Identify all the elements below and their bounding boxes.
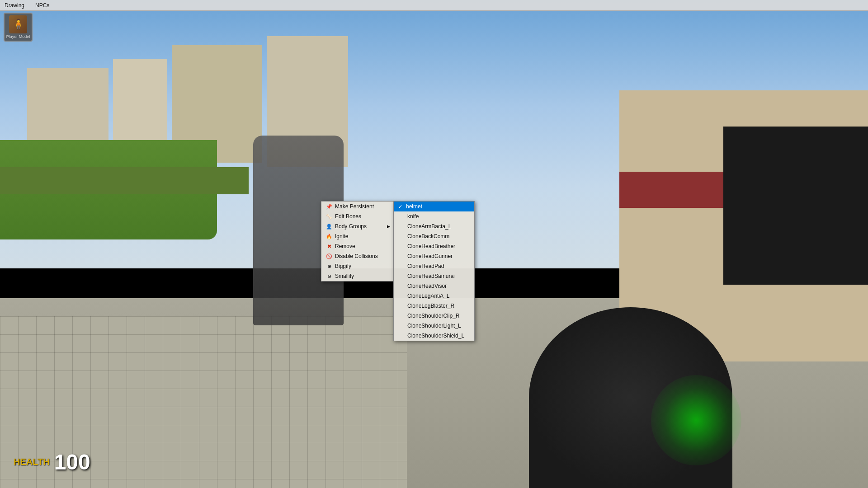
- submenu-item-clone-head-breather[interactable]: CloneHeadBreather: [394, 241, 474, 251]
- green-barrier: [0, 167, 249, 194]
- ctx-edit-bones[interactable]: 🦴 Edit Bones: [321, 211, 393, 221]
- submenu-item-knife[interactable]: knife: [394, 211, 474, 221]
- menu-item-drawing[interactable]: Drawing: [3, 1, 26, 9]
- ctx-make-persistent[interactable]: 📌 Make Persistent: [321, 202, 393, 211]
- ctx-remove[interactable]: ✖ Remove: [321, 241, 393, 251]
- ctx-body-groups-label: Body Groups: [335, 223, 367, 230]
- submenu-item-label-helmet: helmet: [406, 203, 422, 210]
- remove-icon: ✖: [326, 243, 332, 249]
- wall-stripe: [619, 172, 723, 208]
- submenu-item-label-clone-shoulder-clip-r: CloneShoulderClip_R: [407, 313, 459, 319]
- submenu-item-clone-head-gunner[interactable]: CloneHeadGunner: [394, 251, 474, 261]
- submenu-item-label-clone-head-breather: CloneHeadBreather: [407, 243, 455, 249]
- submenu-item-label-clone-head-visor: CloneHeadVisor: [407, 283, 447, 289]
- ctx-ignite[interactable]: 🔥 Ignite: [321, 231, 393, 241]
- player-model-button[interactable]: 🧍 Player Model: [4, 13, 33, 42]
- submenu-item-label-clone-leg-blaster-r: CloneLegBlaster_R: [407, 303, 454, 309]
- ctx-biggify[interactable]: ⊕ Biggify: [321, 261, 393, 271]
- ctx-make-persistent-label: Make Persistent: [335, 203, 374, 210]
- submenu-item-label-clone-arm-bacta-l: CloneArmBacta_L: [407, 223, 451, 230]
- health-value: 100: [54, 450, 90, 474]
- ignite-icon: 🔥: [326, 233, 332, 239]
- submenu-item-label-clone-head-pad: CloneHeadPad: [407, 263, 444, 269]
- body-groups-icon: 👤: [326, 223, 332, 230]
- submenu-item-clone-arm-bacta-l[interactable]: CloneArmBacta_L: [394, 221, 474, 231]
- disable-collisions-icon: 🚫: [326, 253, 332, 259]
- submenu-item-clone-head-visor[interactable]: CloneHeadVisor: [394, 281, 474, 291]
- submenu-item-clone-head-samurai[interactable]: CloneHeadSamurai: [394, 271, 474, 281]
- submenu-item-clone-shoulder-light-l[interactable]: CloneShoulderLight_L: [394, 321, 474, 331]
- submenu-item-helmet[interactable]: helmet: [394, 202, 474, 211]
- submenu-item-clone-back-comm[interactable]: CloneBackComm: [394, 231, 474, 241]
- top-menubar: Drawing NPCs: [0, 0, 868, 11]
- submenu-item-label-knife: knife: [407, 213, 419, 220]
- submenu-item-label-clone-leg-antia-l: CloneLegAntiA_L: [407, 293, 449, 299]
- submenu-item-clone-head-pad[interactable]: CloneHeadPad: [394, 261, 474, 271]
- ctx-body-groups[interactable]: 👤 Body Groups: [321, 221, 393, 231]
- submenu-item-clone-leg-blaster-r[interactable]: CloneLegBlaster_R: [394, 301, 474, 311]
- submenu-item-label-clone-back-comm: CloneBackComm: [407, 233, 449, 239]
- ctx-remove-label: Remove: [335, 243, 355, 249]
- submenu-item-clone-leg-antia-l[interactable]: CloneLegAntiA_L: [394, 291, 474, 301]
- submenu-item-label-clone-head-samurai: CloneHeadSamurai: [407, 273, 455, 279]
- edit-bones-icon: 🦴: [326, 213, 332, 220]
- ctx-edit-bones-label: Edit Bones: [335, 213, 361, 220]
- ctx-smallify[interactable]: ⊖ Smallify: [321, 271, 393, 281]
- player-model-label: Player Model: [6, 34, 30, 39]
- player-model-icon: 🧍: [9, 15, 27, 33]
- health-label: HEALTH: [14, 457, 50, 467]
- ctx-biggify-label: Biggify: [335, 263, 351, 269]
- submenu-item-label-clone-shoulder-shield-l: CloneShoulderShield_L: [407, 333, 464, 339]
- smallify-icon: ⊖: [326, 273, 332, 279]
- health-display: HEALTH 100: [14, 450, 90, 474]
- submenu-item-clone-shoulder-shield-l[interactable]: CloneShoulderShield_L: [394, 331, 474, 341]
- weapon-glow-effect: [651, 375, 741, 465]
- ctx-disable-collisions[interactable]: 🚫 Disable Collisions: [321, 251, 393, 261]
- submenu-body-groups: helmetknifeCloneArmBacta_LCloneBackCommC…: [393, 201, 475, 341]
- submenu-item-label-clone-shoulder-light-l: CloneShoulderLight_L: [407, 323, 461, 329]
- menu-item-npcs[interactable]: NPCs: [33, 1, 51, 9]
- ctx-ignite-label: Ignite: [335, 233, 348, 239]
- context-menu: 📌 Make Persistent 🦴 Edit Bones 👤 Body Gr…: [321, 201, 393, 282]
- submenu-item-label-clone-head-gunner: CloneHeadGunner: [407, 253, 453, 259]
- ctx-disable-collisions-label: Disable Collisions: [335, 253, 378, 259]
- tunnel-entrance: [723, 127, 868, 285]
- submenu-item-clone-shoulder-clip-r[interactable]: CloneShoulderClip_R: [394, 311, 474, 321]
- biggify-icon: ⊕: [326, 263, 332, 269]
- make-persistent-icon: 📌: [326, 203, 332, 210]
- ctx-smallify-label: Smallify: [335, 273, 354, 279]
